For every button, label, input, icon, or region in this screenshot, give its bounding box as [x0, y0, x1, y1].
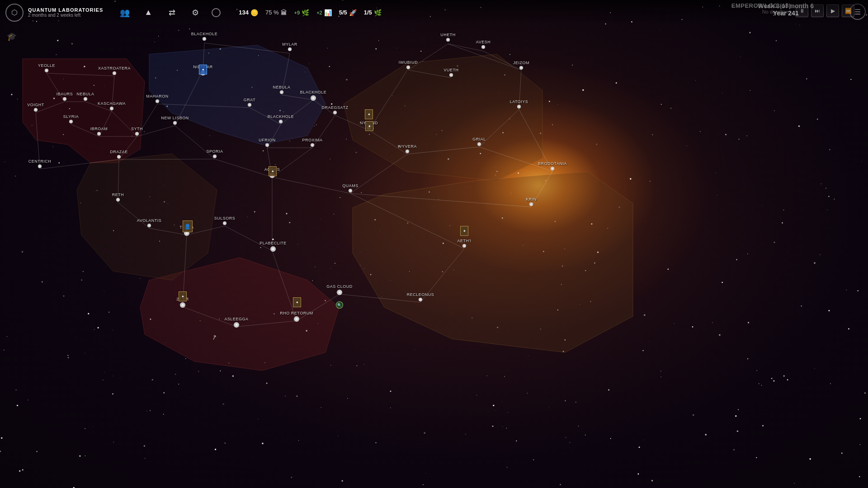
scouts-resource: 1/5 🌿	[364, 9, 382, 16]
sidebar-toggle-icon[interactable]: 🎓	[5, 29, 19, 44]
top-bar: ⬡ QUANTUM LABORATORIES 2 months and 2 we…	[0, 0, 868, 25]
ships-resource: 5/5 🚀	[339, 9, 357, 16]
credits-value: 134	[239, 9, 249, 16]
scouts-icon: 🌿	[374, 9, 382, 16]
toolbar-triangle-icon[interactable]: ▲	[141, 5, 156, 20]
org-time: 2 months and 2 weeks left	[28, 13, 103, 18]
prod-delta: +2	[316, 10, 322, 15]
toolbar-icons: 👥 ▲ ⇄ ⚙	[118, 5, 221, 20]
logo-area[interactable]: ⬡ QUANTUM LABORATORIES 2 months and 2 we…	[0, 0, 108, 25]
toolbar-shuffle-icon[interactable]: ⇄	[165, 5, 179, 20]
toolbar-settings-icon[interactable]: ⚙	[188, 5, 203, 20]
food-delta: +9	[294, 10, 300, 15]
food-icon: 🌿	[302, 9, 309, 16]
approval-value: 75 %	[265, 9, 279, 16]
approval-resource: 75 % 🏛	[265, 9, 287, 16]
scouts-value: 1/5	[364, 9, 372, 16]
toolbar-circle-icon[interactable]	[212, 8, 221, 17]
ships-icon: 🚀	[349, 9, 357, 16]
toolbar-people-icon[interactable]: 👥	[118, 5, 132, 20]
resource-bar: 134 🪙 75 % 🏛 +9 🌿 +2 📊 5/5 🚀 1/5 🌿	[239, 9, 382, 16]
food-resource: +9 🌿	[294, 9, 310, 16]
approval-icon: 🏛	[281, 9, 287, 16]
prod-icon: 📊	[324, 9, 332, 16]
org-name: QUANTUM LABORATORIES	[28, 7, 103, 13]
galaxy-background	[0, 0, 868, 488]
logo-icon: ⬡	[5, 4, 24, 22]
ships-value: 5/5	[339, 9, 347, 16]
prod-resource: +2 📊	[316, 9, 332, 16]
org-info: QUANTUM LABORATORIES 2 months and 2 week…	[28, 7, 103, 18]
credits-icon: 🪙	[250, 9, 258, 16]
credits-resource: 134 🪙	[239, 9, 258, 16]
